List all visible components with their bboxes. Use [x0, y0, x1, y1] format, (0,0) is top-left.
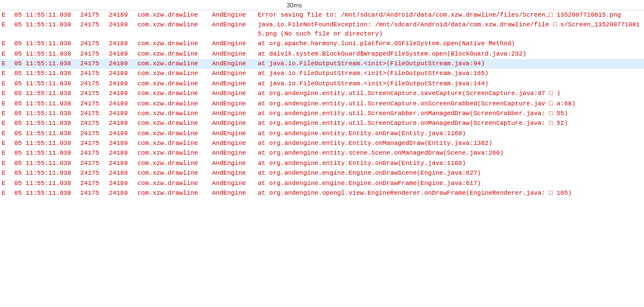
tid-cell: 24189	[107, 69, 136, 78]
msg-cell: at java.io.FileOutputStream.<init>(FileO…	[256, 69, 644, 78]
time-cell: 05 11:55:11.038	[13, 20, 78, 39]
table-row[interactable]: E05 11:55:11.0382417524189com.xzw.drawli…	[0, 89, 644, 99]
thread-cell: AndEngine	[210, 39, 256, 49]
tag-cell: com.xzw.drawline	[136, 109, 210, 119]
pid-cell: 24175	[78, 49, 107, 59]
tag-cell: com.xzw.drawline	[136, 69, 210, 78]
pid-cell: 24175	[78, 119, 107, 128]
pid-cell: 24175	[78, 168, 107, 178]
pid-cell: 24175	[78, 89, 107, 99]
tag-cell: com.xzw.drawline	[136, 148, 210, 158]
thread-cell: AndEngine	[210, 168, 256, 178]
tag-cell: com.xzw.drawline	[136, 168, 210, 178]
thread-cell: AndEngine	[210, 179, 256, 188]
pid-cell: 24175	[78, 39, 107, 49]
tid-cell: 24189	[107, 89, 136, 99]
tid-cell: 24189	[107, 139, 136, 148]
level-cell: E	[0, 69, 13, 78]
table-row[interactable]: E05 11:55:11.0382417524189com.xzw.drawli…	[0, 39, 644, 49]
msg-cell: at org.andengine.entity.Entity.onDraw(En…	[256, 129, 644, 139]
thread-cell: AndEngine	[210, 69, 256, 78]
thread-cell: AndEngine	[210, 59, 256, 69]
time-cell: 05 11:55:11.038	[13, 159, 78, 168]
level-cell: E	[0, 159, 13, 168]
pid-cell: 24175	[78, 20, 107, 39]
msg-cell: at org.andengine.engine.Engine.onDrawFra…	[256, 179, 644, 188]
level-cell: E	[0, 139, 13, 148]
time-cell: 05 11:55:11.038	[13, 39, 78, 49]
tid-cell: 24189	[107, 59, 136, 69]
msg-cell: at org.andengine.entity.util.ScreenCaptu…	[256, 99, 644, 109]
pid-cell: 24175	[78, 159, 107, 168]
thread-cell: AndEngine	[210, 109, 256, 119]
tag-cell: com.xzw.drawline	[136, 188, 210, 198]
tag-cell: com.xzw.drawline	[136, 10, 210, 20]
table-row[interactable]: E05 11:55:11.0382417524189com.xzw.drawli…	[0, 139, 644, 148]
msg-cell: at org.andengine.entity.util.ScreenCaptu…	[256, 89, 644, 99]
pid-cell: 24175	[78, 69, 107, 78]
timing-label: 30ms	[286, 2, 302, 9]
tag-cell: com.xzw.drawline	[136, 89, 210, 99]
thread-cell: AndEngine	[210, 89, 256, 99]
table-row[interactable]: E05 11:55:11.0382417524189com.xzw.drawli…	[0, 168, 644, 178]
thread-cell: AndEngine	[210, 148, 256, 158]
tid-cell: 24189	[107, 109, 136, 119]
pid-cell: 24175	[78, 188, 107, 198]
msg-cell: java.io.FileNotFoundException: /mnt/sdca…	[256, 20, 644, 39]
level-cell: E	[0, 39, 13, 49]
table-row[interactable]: E05 11:55:11.0382417524189com.xzw.drawli…	[0, 109, 644, 119]
tid-cell: 24189	[107, 179, 136, 188]
tid-cell: 24189	[107, 39, 136, 49]
thread-cell: AndEngine	[210, 119, 256, 128]
msg-cell: at org.andengine.entity.util.ScreenCaptu…	[256, 119, 644, 128]
thread-cell: AndEngine	[210, 49, 256, 59]
log-table: E05 11:55:11.0382417524189com.xzw.drawli…	[0, 10, 644, 198]
level-cell: E	[0, 179, 13, 188]
time-cell: 05 11:55:11.038	[13, 188, 78, 198]
table-row[interactable]: E05 11:55:11.0382417524189com.xzw.drawli…	[0, 20, 644, 39]
pid-cell: 24175	[78, 179, 107, 188]
tag-cell: com.xzw.drawline	[136, 20, 210, 39]
level-cell: E	[0, 188, 13, 198]
time-cell: 05 11:55:11.038	[13, 168, 78, 178]
table-row[interactable]: E05 11:55:11.0382417524189com.xzw.drawli…	[0, 10, 644, 20]
table-row[interactable]: E05 11:55:11.0382417524189com.xzw.drawli…	[0, 159, 644, 168]
table-row[interactable]: E05 11:55:11.0382417524189com.xzw.drawli…	[0, 49, 644, 59]
table-row[interactable]: E05 11:55:11.0382417524189com.xzw.drawli…	[0, 99, 644, 109]
table-row[interactable]: E05 11:55:11.0382417524189com.xzw.drawli…	[0, 129, 644, 139]
time-cell: 05 11:55:11.038	[13, 179, 78, 188]
tid-cell: 24189	[107, 188, 136, 198]
tid-cell: 24189	[107, 148, 136, 158]
tid-cell: 24189	[107, 10, 136, 20]
table-row[interactable]: E05 11:55:11.0382417524189com.xzw.drawli…	[0, 69, 644, 78]
level-cell: E	[0, 129, 13, 139]
tag-cell: com.xzw.drawline	[136, 49, 210, 59]
msg-cell: at org.andengine.opengl.view.EngineRende…	[256, 188, 644, 198]
time-cell: 05 11:55:11.038	[13, 49, 78, 59]
time-cell: 05 11:55:11.038	[13, 59, 78, 69]
table-row[interactable]: E05 11:55:11.0382417524189com.xzw.drawli…	[0, 148, 644, 158]
time-cell: 05 11:55:11.038	[13, 129, 78, 139]
level-cell: E	[0, 168, 13, 178]
tid-cell: 24189	[107, 20, 136, 39]
level-cell: E	[0, 109, 13, 119]
table-row[interactable]: E05 11:55:11.0382417524189com.xzw.drawli…	[0, 179, 644, 188]
table-row[interactable]: E05 11:55:11.0382417524189com.xzw.drawli…	[0, 59, 644, 69]
msg-cell: at java.io.FileOutputStream.<init>(FileO…	[256, 79, 644, 89]
msg-cell: at org.andengine.entity.scene.Scene.onMa…	[256, 148, 644, 158]
table-row[interactable]: E05 11:55:11.0382417524189com.xzw.drawli…	[0, 119, 644, 128]
tid-cell: 24189	[107, 119, 136, 128]
table-row[interactable]: E05 11:55:11.0382417524189com.xzw.drawli…	[0, 188, 644, 198]
level-cell: E	[0, 89, 13, 99]
table-row[interactable]: E05 11:55:11.0382417524189com.xzw.drawli…	[0, 79, 644, 89]
time-cell: 05 11:55:11.038	[13, 10, 78, 20]
pid-cell: 24175	[78, 79, 107, 89]
tag-cell: com.xzw.drawline	[136, 179, 210, 188]
tag-cell: com.xzw.drawline	[136, 139, 210, 148]
tag-cell: com.xzw.drawline	[136, 39, 210, 49]
time-cell: 05 11:55:11.038	[13, 69, 78, 78]
pid-cell: 24175	[78, 99, 107, 109]
level-cell: E	[0, 99, 13, 109]
thread-cell: AndEngine	[210, 139, 256, 148]
level-cell: E	[0, 59, 13, 69]
